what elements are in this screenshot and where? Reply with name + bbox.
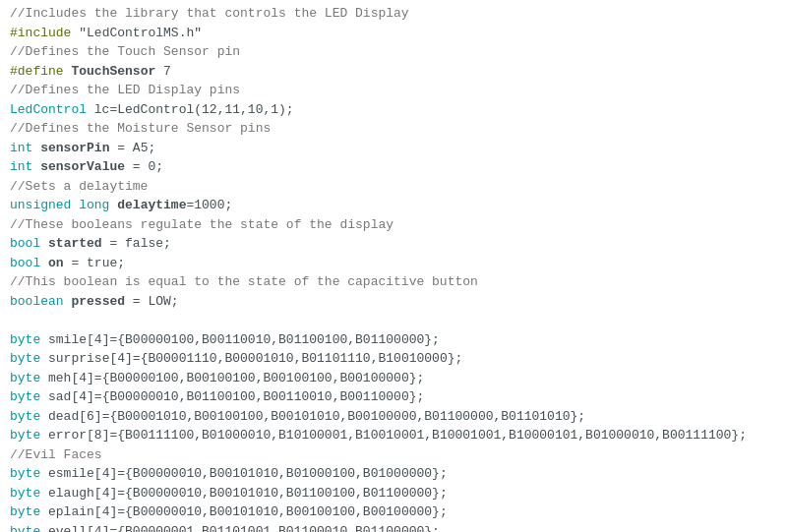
normal-text	[40, 256, 48, 270]
code-line	[10, 311, 777, 330]
code-line: //Defines the LED Display pins	[10, 81, 777, 100]
normal-text: error[8]={B00111100,B01000010,B10100001,…	[40, 428, 747, 443]
code-line: byte esmile[4]={B00000010,B00101010,B010…	[10, 464, 777, 484]
code-line: //Defines the Touch Sensor pin	[10, 42, 777, 62]
normal-text: eplain[4]={B00000010,B00101010,B00100100…	[40, 504, 447, 519]
keyword-text: byte	[10, 524, 40, 533]
normal-text: = 0;	[125, 159, 163, 174]
code-line: boolean pressed = LOW;	[10, 292, 777, 312]
bold-identifier-text: on	[48, 256, 64, 270]
comment-text: //Sets a delaytime	[10, 179, 148, 194]
comment-text: //Defines the Touch Sensor pin	[10, 44, 240, 59]
code-line: int sensorValue = 0;	[10, 157, 777, 177]
code-line: //Defines the Moisture Sensor pins	[10, 119, 777, 139]
code-line: unsigned long delaytime=1000;	[10, 196, 777, 215]
keyword-text: int	[10, 141, 32, 155]
keyword-text: boolean	[10, 294, 64, 309]
normal-text: smile[4]={B00000100,B00110010,B01100100,…	[40, 332, 440, 347]
normal-text: surprise[4]={B00001110,B00001010,B011011…	[40, 351, 462, 366]
normal-text: =1000;	[186, 198, 232, 212]
keyword-text: LedControl	[10, 102, 87, 117]
keyword-text: byte	[10, 466, 40, 481]
code-line: //Sets a delaytime	[10, 177, 777, 197]
comment-text: //Includes the library that controls the…	[10, 6, 409, 21]
comment-text: //Evil Faces	[10, 447, 102, 462]
comment-text: //This boolean is equal to the state of …	[10, 274, 478, 289]
code-line: #include "LedControlMS.h"	[10, 24, 777, 43]
code-line: //This boolean is equal to the state of …	[10, 272, 777, 292]
code-editor: //Includes the library that controls the…	[0, 0, 787, 532]
bold-identifier-text: sensorPin	[40, 141, 109, 155]
keyword-text: byte	[10, 332, 40, 347]
code-line: byte eyell[4]={B00000001,B01101001,B0110…	[10, 522, 777, 533]
normal-text: esmile[4]={B00000010,B00101010,B01000100…	[40, 466, 447, 481]
normal-text: = LOW;	[125, 294, 179, 309]
normal-text: "LedControlMS.h"	[71, 26, 202, 40]
normal-text: 7	[155, 64, 171, 79]
keyword-text: byte	[10, 389, 40, 404]
code-line: byte meh[4]={B00000100,B00100100,B001001…	[10, 369, 777, 388]
code-line: //These booleans regulate the state of t…	[10, 215, 777, 235]
preprocessor-text: #include	[10, 26, 71, 40]
code-line: byte surprise[4]={B00001110,B00001010,B0…	[10, 349, 777, 369]
keyword-text: byte	[10, 486, 40, 501]
bold-identifier-text: pressed	[71, 294, 125, 309]
code-line: //Evil Faces	[10, 445, 777, 465]
code-line: #define TouchSensor 7	[10, 62, 777, 82]
bold-identifier-text: TouchSensor	[71, 64, 155, 79]
keyword-text: byte	[10, 504, 40, 519]
normal-text: = false;	[102, 236, 171, 251]
code-line: byte eplain[4]={B00000010,B00101010,B001…	[10, 502, 777, 522]
comment-text: //These booleans regulate the state of t…	[10, 217, 394, 232]
normal-text: lc=LedControl(12,11,10,1);	[87, 102, 294, 117]
code-line: byte sad[4]={B00000010,B01100100,B001100…	[10, 387, 777, 407]
code-line: bool on = true;	[10, 254, 777, 273]
normal-text: elaugh[4]={B00000010,B00101010,B01100100…	[40, 486, 447, 501]
code-line: //Includes the library that controls the…	[10, 4, 777, 24]
keyword-text: byte	[10, 409, 40, 424]
normal-text: = A5;	[109, 141, 155, 155]
code-line: byte elaugh[4]={B00000010,B00101010,B011…	[10, 484, 777, 503]
code-line: int sensorPin = A5;	[10, 139, 777, 158]
keyword-text: bool	[10, 236, 40, 251]
normal-text: eyell[4]={B00000001,B01101001,B01100010,…	[40, 524, 440, 533]
keyword-text: byte	[10, 371, 40, 385]
normal-text: meh[4]={B00000100,B00100100,B00100100,B0…	[40, 371, 424, 385]
normal-text: sad[4]={B00000010,B01100100,B00110010,B0…	[40, 389, 424, 404]
normal-text: dead[6]={B00001010,B00100100,B00101010,B…	[40, 409, 585, 424]
bold-identifier-text: started	[48, 236, 102, 251]
keyword-text: bool	[10, 256, 40, 270]
comment-text: //Defines the Moisture Sensor pins	[10, 121, 271, 136]
keyword-text: int	[10, 159, 32, 174]
comment-text: //Defines the LED Display pins	[10, 83, 240, 97]
keyword-text: byte	[10, 351, 40, 366]
bold-identifier-text: delaytime	[117, 198, 186, 212]
keyword-text: byte	[10, 428, 40, 443]
normal-text	[40, 236, 48, 251]
bold-identifier-text: sensorValue	[40, 159, 125, 174]
code-line: LedControl lc=LedControl(12,11,10,1);	[10, 100, 777, 120]
keyword-text: unsigned long	[10, 198, 109, 212]
code-line: byte error[8]={B00111100,B01000010,B1010…	[10, 426, 777, 445]
code-line: byte dead[6]={B00001010,B00100100,B00101…	[10, 407, 777, 427]
code-line: byte smile[4]={B00000100,B00110010,B0110…	[10, 330, 777, 350]
preprocessor-text: #define	[10, 64, 64, 79]
code-line: bool started = false;	[10, 234, 777, 254]
normal-text: = true;	[64, 256, 125, 270]
